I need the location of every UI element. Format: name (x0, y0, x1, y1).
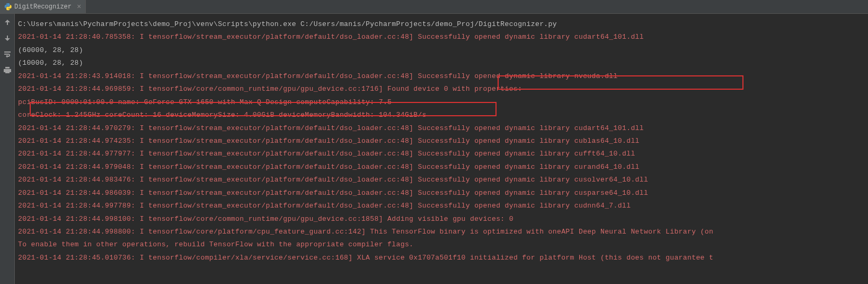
console-line: 2021-01-14 21:28:44.998100: I tensorflow… (18, 213, 865, 226)
console-line: (60000, 28, 28) (18, 44, 865, 57)
wrap-icon[interactable] (3, 50, 12, 58)
tab-label: DigitRecognizer (14, 3, 72, 11)
console-line: C:\Users\manis\PycharmProjects\demo_Proj… (18, 18, 865, 31)
python-icon (4, 3, 12, 11)
console-line: (10000, 28, 28) (18, 57, 865, 70)
console-line: 2021-01-14 21:28:44.977977: I tensorflow… (18, 148, 865, 160)
console-line: 2021-01-14 21:28:44.998800: I tensorflow… (18, 226, 865, 238)
print-icon[interactable] (3, 66, 12, 74)
console-line: 2021-01-14 21:28:44.969859: I tensorflow… (18, 83, 865, 96)
tab-bar: DigitRecognizer × (0, 0, 868, 14)
console-line: To enable them in other operations, rebu… (18, 238, 865, 251)
console-line: 2021-01-14 21:28:44.974235: I tensorflow… (18, 135, 865, 148)
close-icon[interactable]: × (77, 3, 81, 11)
console-line: 2021-01-14 21:28:44.997789: I tensorflow… (18, 200, 865, 212)
console-toolbar (0, 14, 15, 284)
console-line: 2021-01-14 21:28:44.970279: I tensorflow… (18, 122, 865, 135)
tab-digit-recognizer[interactable]: DigitRecognizer × (0, 0, 86, 13)
console-line: 2021-01-14 21:28:44.979048: I tensorflow… (18, 161, 865, 174)
console-line: 2021-01-14 21:28:44.986039: I tensorflow… (18, 187, 865, 200)
console-line: 2021-01-14 21:28:43.914018: I tensorflow… (18, 70, 865, 83)
up-arrow-icon[interactable] (3, 18, 12, 27)
down-arrow-icon[interactable] (3, 34, 12, 42)
console-line: pciBusID: 0000:01:00.0 name: GeForce GTX… (18, 96, 865, 109)
console-line: coreClock: 1.245GHz coreCount: 16 device… (18, 109, 865, 122)
console-output[interactable]: C:\Users\manis\PycharmProjects\demo_Proj… (15, 14, 868, 284)
console-line: 2021-01-14 21:28:45.010736: I tensorflow… (18, 252, 865, 264)
console-line: 2021-01-14 21:28:44.983476: I tensorflow… (18, 174, 865, 186)
console-line: 2021-01-14 21:28:40.785358: I tensorflow… (18, 31, 865, 44)
main-container: C:\Users\manis\PycharmProjects\demo_Proj… (0, 14, 868, 284)
